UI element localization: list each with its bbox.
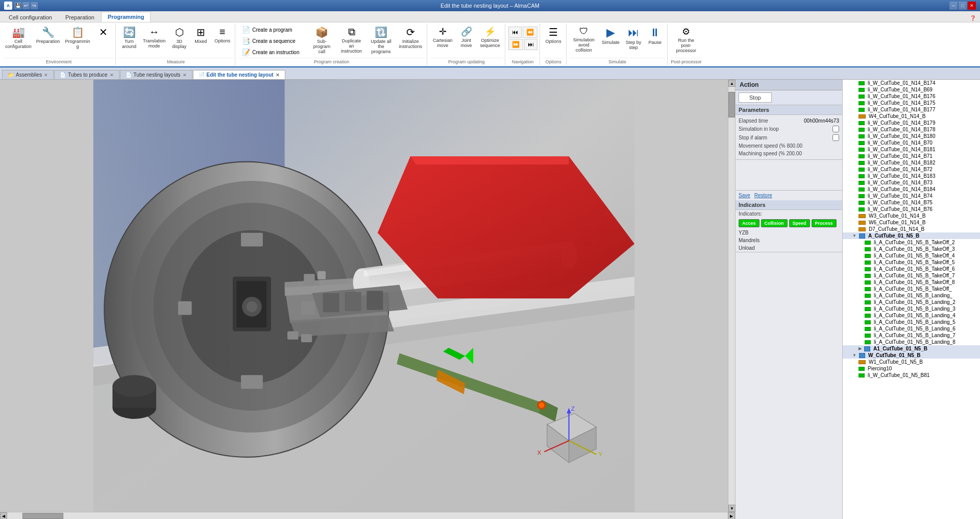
tree-item-t25[interactable]: li_A_CutTube_01_N5_B_TakeOff_3: [843, 246, 980, 252]
tree-item-t32[interactable]: li_A_CutTube_01_N5_B_Landing_: [843, 292, 980, 299]
translation-mode-btn[interactable]: ↔ Translationmode: [140, 25, 168, 51]
tree-item-t31[interactable]: li_A_CutTube_01_N5_B_TakeOff_: [843, 286, 980, 292]
scroll-thumb-h[interactable]: [22, 513, 63, 519]
simulate-btn[interactable]: ▶ Simulate: [599, 25, 622, 47]
tree-item-t33[interactable]: li_A_CutTube_01_N5_B_Landing_2: [843, 299, 980, 305]
close-btn[interactable]: ✕: [968, 2, 976, 10]
create-program-btn[interactable]: 📄 Create a program: [238, 25, 303, 35]
turn-around-btn[interactable]: 🔄 Turnaround: [119, 25, 139, 51]
undo-btn[interactable]: ↩: [22, 2, 30, 9]
tree-item-t42[interactable]: li_W_CutTube_01_N5_B81: [843, 372, 980, 379]
run-post-btn[interactable]: ⚙ Run thepost-processor: [671, 25, 701, 55]
tree-item-t20[interactable]: li_W_CutTube_01_N14_B76: [843, 206, 980, 213]
nav-skip-end-btn[interactable]: ⏭: [524, 39, 537, 50]
edit-close[interactable]: ✕: [276, 73, 280, 78]
tree-item-t39[interactable]: li_A_CutTube_01_N5_B_Landing_8: [843, 339, 980, 345]
tree-item-t22[interactable]: W6_CutTube_01_N14_B: [843, 219, 980, 226]
sim-loop-check[interactable]: [832, 126, 839, 132]
scroll-down-btn[interactable]: ▼: [728, 505, 736, 512]
sim-avoid-btn[interactable]: 🛡 Simulationavoid collision: [570, 25, 598, 55]
minimize-btn[interactable]: ─: [949, 2, 958, 10]
tree-item-t8[interactable]: li_W_CutTube_01_N14_B178: [843, 126, 980, 133]
tree-item-t40[interactable]: W1_CutTube_01_N5_B: [843, 359, 980, 365]
tree-item-t7[interactable]: li_W_CutTube_01_N14_B179: [843, 120, 980, 126]
tree-item-t24[interactable]: li_A_CutTube_01_N5_B_TakeOff_2: [843, 239, 980, 246]
tree-item-t17[interactable]: li_W_CutTube_01_N14_B184: [843, 186, 980, 193]
tree-item-t38[interactable]: li_A_CutTube_01_N5_B_Landing_7: [843, 332, 980, 339]
tree-item-t15[interactable]: li_W_CutTube_01_N14_B183: [843, 173, 980, 179]
tree-item-t41[interactable]: Piercing10: [843, 365, 980, 372]
tree-item-t28[interactable]: li_A_CutTube_01_N5_B_TakeOff_6: [843, 266, 980, 272]
redo-btn[interactable]: ↪: [31, 2, 38, 9]
tab-programming[interactable]: Programming: [101, 12, 151, 22]
duplicate-btn[interactable]: ⧉ Duplicate aninstruction: [337, 25, 366, 56]
subprogram-btn[interactable]: 📦 Sub-programcall: [308, 25, 336, 56]
viewport-scrollbar-vertical[interactable]: ▲ ▼: [728, 80, 735, 512]
stop-btn[interactable]: Stop: [739, 92, 772, 103]
initialize-btn[interactable]: ⟳ Initializeinstructions: [397, 25, 425, 51]
3d-display-btn[interactable]: ⬡ 3Ddisplay: [169, 25, 189, 51]
tree-item-t11[interactable]: li_W_CutTube_01_N14_B181: [843, 146, 980, 153]
acces-indicator[interactable]: Acces: [739, 219, 760, 227]
doc-tab-layouts[interactable]: 📄 Tube nesting layouts ✕: [120, 70, 192, 79]
scroll-right-btn[interactable]: ▶: [728, 512, 735, 519]
tab-preparation[interactable]: Preparation: [59, 12, 101, 22]
tree-item-t10[interactable]: li_W_CutTube_01_N14_B70: [843, 139, 980, 146]
scroll-track-v[interactable]: [728, 87, 735, 505]
tree-item-t13[interactable]: li_W_CutTube_01_N14_B182: [843, 159, 980, 166]
assemblies-close[interactable]: ✕: [44, 73, 48, 78]
tree-item-g3[interactable]: ▼W_CutTube_01_N5_B: [843, 352, 980, 359]
scroll-left-btn[interactable]: ◀: [0, 512, 7, 519]
tree-item-t26[interactable]: li_A_CutTube_01_N5_B_TakeOff_4: [843, 252, 980, 259]
tree-item-t4[interactable]: li_W_CutTube_01_N14_B175: [843, 100, 980, 106]
tree-item-t36[interactable]: li_A_CutTube_01_N5_B_Landing_5: [843, 319, 980, 325]
tree-item-t29[interactable]: li_A_CutTube_01_N5_B_TakeOff_7: [843, 272, 980, 279]
tree-item-t21[interactable]: W3_CutTube_01_N14_B: [843, 213, 980, 219]
tree-item-t12[interactable]: li_W_CutTube_01_N14_B71: [843, 153, 980, 159]
help-icon[interactable]: ❓: [966, 14, 980, 22]
preparation-btn[interactable]: 🔧 Preparation: [34, 25, 62, 46]
tree-item-t1[interactable]: li_W_CutTube_01_N14_B174: [843, 80, 980, 86]
create-sequence-btn[interactable]: 📑 Create a sequence: [238, 36, 303, 46]
tree-item-t6[interactable]: W4_CutTube_01_N14_B: [843, 113, 980, 120]
nav-next-btn[interactable]: ⏩: [508, 39, 523, 50]
doc-tab-tubes[interactable]: 📄 Tubes to produce ✕: [54, 70, 119, 79]
joint-move-btn[interactable]: 🔗 Jointmove: [456, 25, 477, 50]
viewport-scrollbar-horizontal[interactable]: ◀ ▶: [0, 512, 735, 519]
tree-item-t9[interactable]: li_W_CutTube_01_N14_B180: [843, 133, 980, 139]
save-quick-btn[interactable]: 💾: [14, 2, 21, 9]
speed-indicator[interactable]: Speed: [789, 219, 810, 227]
programming-btn[interactable]: 📋 Programming: [63, 25, 92, 51]
tree-item-t2[interactable]: li_W_CutTube_01_N14_B69: [843, 86, 980, 93]
tree-item-t5[interactable]: li_W_CutTube_01_N14_B177: [843, 106, 980, 113]
nav-skip-start-btn[interactable]: ⏮: [508, 27, 522, 38]
scroll-up-btn[interactable]: ▲: [728, 80, 736, 87]
collision-indicator[interactable]: Collision: [761, 219, 788, 227]
tree-item-t14[interactable]: li_W_CutTube_01_N14_B72: [843, 166, 980, 173]
stop-alarm-check[interactable]: [832, 134, 839, 141]
save-btn[interactable]: Save: [739, 193, 750, 198]
tree-item-t23[interactable]: D7_CutTube_01_N14_B: [843, 226, 980, 232]
tree-item-t16[interactable]: li_W_CutTube_01_N14_B73: [843, 179, 980, 186]
tree-item-t30[interactable]: li_A_CutTube_01_N5_B_TakeOff_8: [843, 279, 980, 286]
tree-item-t27[interactable]: li_A_CutTube_01_N5_B_TakeOff_5: [843, 259, 980, 266]
options-measure-btn[interactable]: ≡ Options: [212, 25, 233, 45]
tree-item-t37[interactable]: li_A_CutTube_01_N5_B_Landing_6: [843, 325, 980, 332]
tree-item-t19[interactable]: li_W_CutTube_01_N14_B75: [843, 199, 980, 206]
create-instruction-btn[interactable]: 📝 Create an instruction: [238, 47, 303, 58]
tree-panel[interactable]: li_W_CutTube_01_N14_B174li_W_CutTube_01_…: [842, 80, 980, 519]
tree-item-g1[interactable]: ▼A_CutTube_01_N5_B: [843, 232, 980, 239]
x-close-btn[interactable]: ✕: [93, 25, 113, 41]
scroll-thumb-v[interactable]: [728, 92, 735, 117]
optimize-seq-btn[interactable]: ⚡ Optimizesequence: [478, 25, 503, 50]
cell-config-btn[interactable]: 🏭 Cell configuration: [4, 25, 33, 51]
scroll-track-h[interactable]: [7, 512, 728, 519]
pause-btn[interactable]: ⏸ Pause: [645, 25, 665, 47]
restore-btn[interactable]: Restore: [754, 193, 772, 198]
doc-tab-assemblies[interactable]: 📁 Assemblies ✕: [2, 70, 54, 79]
update-all-btn[interactable]: 🔃 Update allthe programs: [367, 25, 396, 56]
nav-prev-btn[interactable]: ⏪: [523, 27, 537, 38]
tab-cell-config[interactable]: Cell configuration: [2, 12, 59, 22]
tubes-close[interactable]: ✕: [110, 73, 114, 78]
step-by-step-btn[interactable]: ⏭ Step bystep: [623, 25, 644, 52]
